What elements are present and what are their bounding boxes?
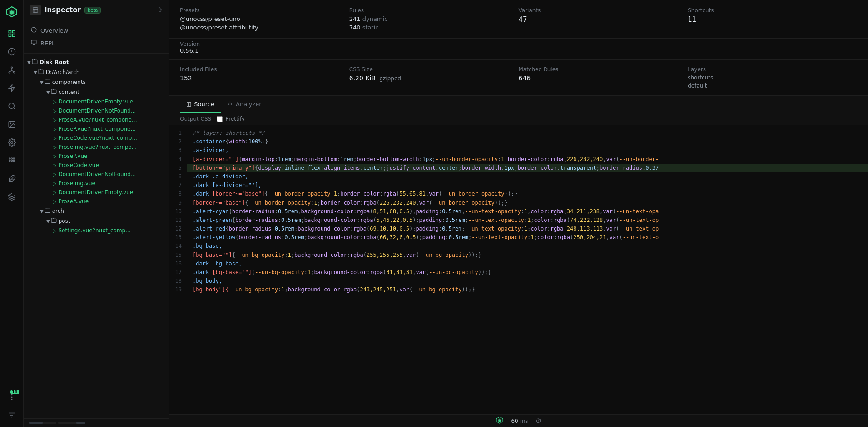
sidebar-item-inspector[interactable] (4, 25, 20, 42)
rules-static: 740 static (349, 24, 508, 31)
tree-item-vue-10[interactable]: ▷ ProseImg.vue (24, 179, 169, 188)
layers-shortcuts: shortcuts (688, 74, 846, 81)
vue-icon: ▷ (53, 228, 56, 234)
tree-item-vue-6[interactable]: ▷ ProseImg.vue?nuxt_compo... (24, 142, 169, 152)
sidebar-item-search[interactable] (4, 98, 20, 114)
vue-icon: ▷ (53, 162, 56, 168)
tree-item-arch[interactable]: ▼ D:/Arch/arch (24, 67, 169, 77)
info-layers: Layers shortcuts default (688, 66, 857, 89)
output-bar: Output CSS Prettify (169, 113, 868, 125)
code-line-10: .alert-cyan{border-radius:0.5rem;backgro… (187, 207, 868, 216)
tab-source[interactable]: ◫ Source (180, 96, 221, 113)
tree-label: DocumentDrivenEmpty.vue (58, 98, 133, 105)
sidebar-item-settings[interactable] (4, 134, 20, 151)
tree-item-disk-root[interactable]: ▼ Disk Root (24, 57, 169, 67)
sidebar-item-modules[interactable] (4, 62, 20, 78)
main-content: Presets @unocss/preset-uno @unocss/prese… (169, 0, 868, 427)
folder-icon (51, 217, 57, 225)
tree-item-vue-12[interactable]: ▷ ProseA.vue (24, 197, 169, 206)
sidebar-item-image[interactable] (4, 116, 20, 133)
svg-point-10 (11, 67, 12, 68)
tree-item-vue-3[interactable]: ▷ ProseA.vue?nuxt_compone... (24, 115, 169, 124)
layers-default: default (688, 83, 846, 89)
code-line-15: [bg-base=""]{--un-bg-opacity:1;backgroun… (187, 251, 868, 260)
sidebar-nav: Overview REPL (24, 20, 169, 54)
prettify-checkbox-input[interactable] (217, 116, 223, 122)
info-included-files: Included Files 152 (180, 66, 349, 89)
svg-rect-3 (9, 30, 11, 33)
tree-item-vue-5[interactable]: ▷ ProseCode.vue?nuxt_comp... (24, 133, 169, 142)
code-line-3: .a-divider, (187, 146, 868, 155)
stats-bar: Presets @unocss/preset-uno @unocss/prese… (169, 0, 868, 39)
source-tab-icon: ◫ (186, 101, 191, 107)
sidebar: Inspector beta ☽ Overview REPL ▼ Disk Ro… (24, 0, 169, 427)
sidebar-item-layers[interactable] (4, 189, 20, 205)
shortcuts-value: 11 (688, 15, 846, 24)
svg-point-22 (9, 158, 10, 159)
vue-icon: ▷ (53, 135, 56, 141)
tree-item-vue-settings[interactable]: ▷ Settings.vue?nuxt_comp... (24, 226, 169, 235)
tree-item-vue-2[interactable]: ▷ DocumentDrivenNotFound... (24, 106, 169, 115)
svg-point-32 (11, 399, 12, 400)
svg-line-15 (12, 71, 14, 72)
vue-icon: ▷ (53, 108, 56, 114)
sidebar-item-info[interactable] (4, 44, 20, 60)
svg-point-30 (11, 397, 12, 398)
tree-item-vue-8[interactable]: ▷ ProseCode.vue (24, 161, 169, 170)
dark-mode-toggle[interactable]: ☽ (156, 6, 162, 14)
info-matched-rules: Matched Rules 646 (519, 66, 688, 89)
stat-rules: Rules 241 dynamic 740 static (349, 7, 519, 31)
variants-label: Variants (519, 7, 677, 14)
folder-icon (45, 79, 50, 86)
code-line-11: .alert-green{border-radius:0.5rem;backgr… (187, 216, 868, 225)
tab-analyzer[interactable]: Analyzer (221, 96, 268, 113)
tree-item-vue-1[interactable]: ▷ DocumentDrivenEmpty.vue (24, 97, 169, 106)
vue-icon: ▷ (53, 117, 56, 123)
tree-item-vue-4[interactable]: ▷ ProseP.vue?nuxt_compone... (24, 124, 169, 133)
nav-item-repl[interactable]: REPL (24, 37, 169, 49)
sidebar-item-bolt[interactable] (4, 80, 20, 96)
code-line-2: .container{width:100%;} (187, 137, 868, 146)
tree-item-vue-9[interactable]: ▷ DocumentDrivenNotFound... (24, 170, 169, 179)
tree-label: DocumentDrivenEmpty.vue (58, 189, 133, 196)
sidebar-header-icon (30, 5, 41, 15)
app-logo[interactable] (4, 4, 20, 20)
folder-icon (32, 59, 38, 66)
tree-item-post[interactable]: ▼ post (24, 216, 169, 226)
code-content[interactable]: /* layer: shortcuts */ .container{width:… (187, 125, 868, 414)
sidebar-item-filter[interactable] (4, 407, 20, 423)
code-line-14: .bg-base, (187, 242, 868, 250)
status-time: 60 ms (511, 418, 528, 424)
svg-point-27 (13, 160, 15, 162)
tree-label: DocumentDrivenNotFound... (58, 171, 136, 177)
prettify-toggle[interactable]: Prettify (217, 116, 245, 122)
nav-item-overview[interactable]: Overview (24, 24, 169, 37)
sidebar-item-more[interactable]: 10 (4, 389, 20, 405)
overview-icon (31, 27, 37, 34)
shortcuts-label: Shortcuts (688, 7, 846, 14)
vue-icon: ▷ (53, 199, 56, 205)
version-label: Version (180, 41, 200, 47)
tree-arrow: ▼ (46, 90, 50, 95)
tree-item-arch2[interactable]: ▼ arch (24, 206, 169, 216)
tree-label: ProseA.vue?nuxt_compone... (58, 117, 137, 123)
prettify-label: Prettify (225, 116, 245, 122)
sidebar-item-grid[interactable] (4, 152, 20, 169)
code-line-6: .dark .a-divider, (187, 172, 868, 181)
notification-badge: 10 (10, 390, 19, 394)
code-line-18: .bg-body, (187, 277, 868, 285)
tree-label: ProseP.vue (58, 153, 87, 159)
svg-point-17 (9, 103, 14, 108)
info-bar: Included Files 152 CSS Size 6.20 KiB gzi… (169, 60, 868, 96)
tree-item-vue-7[interactable]: ▷ ProseP.vue (24, 152, 169, 161)
tree-item-components[interactable]: ▼ components (24, 77, 169, 87)
status-ms-value: 60 (511, 418, 518, 424)
rules-dynamic: 241 dynamic (349, 15, 508, 22)
folder-icon (51, 88, 57, 96)
tree-item-content[interactable]: ▼ content (24, 87, 169, 97)
included-files-label: Included Files (180, 66, 338, 73)
tree-label: ProseP.vue?nuxt_compone... (58, 126, 135, 132)
tree-item-vue-11[interactable]: ▷ DocumentDrivenEmpty.vue (24, 188, 169, 197)
sidebar-item-plugin[interactable] (4, 171, 20, 187)
stat-presets: Presets @unocss/preset-uno @unocss/prese… (180, 7, 349, 31)
